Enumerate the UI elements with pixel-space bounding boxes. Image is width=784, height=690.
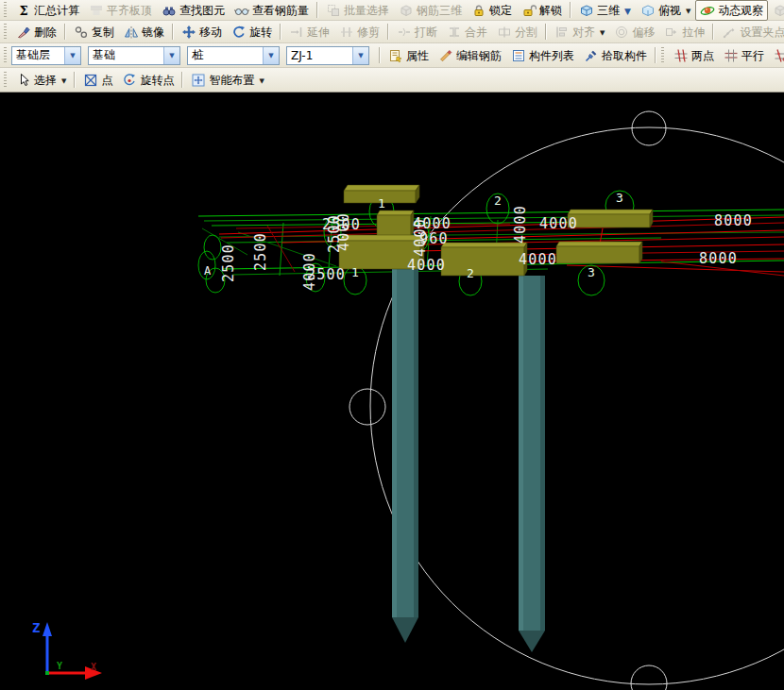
offset-icon bbox=[614, 25, 629, 40]
dynamic-orbit-button[interactable]: 动态观察 bbox=[695, 0, 768, 21]
split-button: 分割 bbox=[492, 22, 542, 42]
trim-icon bbox=[339, 25, 354, 40]
dimension-label: 8000 bbox=[714, 212, 753, 229]
find-element-button[interactable]: 查找图元 bbox=[157, 0, 230, 21]
offset-label: 偏移 bbox=[632, 25, 655, 40]
delete-label: 删除 bbox=[34, 25, 57, 40]
smart-layout-button[interactable]: 智能布置▼ bbox=[186, 70, 268, 91]
dimension-label: 4000 bbox=[412, 218, 429, 257]
toolbar-drag-handle[interactable] bbox=[4, 47, 7, 63]
component-list-button[interactable]: 构件列表 bbox=[506, 45, 579, 66]
toolbar-drag-handle[interactable] bbox=[4, 24, 7, 40]
smart-icon bbox=[191, 73, 206, 88]
summary-calc-label: 汇总计算 bbox=[34, 3, 79, 18]
point-place-button[interactable]: 点 bbox=[78, 70, 117, 91]
axis-point-angle-button[interactable]: 点角▼ bbox=[769, 45, 784, 66]
split-label: 分割 bbox=[515, 25, 537, 40]
floor-select-arrow-icon[interactable]: ▼ bbox=[64, 47, 80, 64]
element-name-select-arrow-icon[interactable]: ▼ bbox=[352, 47, 368, 64]
unlock-button[interactable]: 解锁 bbox=[517, 0, 567, 21]
pick-comp-icon bbox=[584, 48, 599, 63]
cube-gray-icon bbox=[399, 3, 414, 18]
element-type-select[interactable]: 桩▼ bbox=[187, 46, 280, 65]
view-top-button[interactable]: 俯视▼ bbox=[636, 0, 695, 21]
rotate-button[interactable]: 旋转 bbox=[227, 22, 277, 42]
toolbar-drag-handle[interactable] bbox=[661, 47, 664, 63]
copy-button[interactable]: 复制 bbox=[69, 22, 119, 42]
view-top-dropdown-icon[interactable]: ▼ bbox=[686, 8, 690, 15]
cap-e bbox=[568, 210, 653, 227]
delete-button[interactable]: 删除 bbox=[11, 22, 61, 42]
lock-button[interactable]: 锁定 bbox=[467, 0, 517, 21]
comp-list-icon bbox=[511, 48, 526, 63]
pile-2[interactable] bbox=[519, 276, 545, 652]
select-button[interactable]: 选择▼ bbox=[11, 70, 71, 91]
toolbar-separator bbox=[316, 2, 318, 18]
view-top-label: 俯视 bbox=[658, 3, 681, 18]
pick-component-button[interactable]: 拾取构件 bbox=[579, 45, 652, 66]
find-element-label: 查找图元 bbox=[179, 3, 225, 18]
cad-viewport[interactable]: 112233 250025004000960400040004000800080… bbox=[0, 93, 784, 690]
category-select-arrow-icon[interactable]: ▼ bbox=[163, 47, 179, 64]
toolbar-drag-handle[interactable] bbox=[4, 2, 7, 18]
axis-parallel-button[interactable]: 平行 bbox=[719, 45, 769, 66]
mirror-icon bbox=[124, 25, 139, 40]
toolbar-row-edit: 删除复制镜像移动旋转延伸修剪打断合并分割对齐▼偏移拉伸设置夹点 bbox=[0, 21, 784, 43]
floor-select[interactable]: 基础层▼ bbox=[11, 46, 81, 65]
point-box-icon bbox=[83, 73, 98, 88]
unlock-label: 解锁 bbox=[539, 3, 562, 18]
align-button: 对齐▼ bbox=[550, 22, 609, 42]
view-rebar-quantity-button[interactable]: 查看钢筋量 bbox=[230, 0, 314, 21]
toolbar-separator bbox=[712, 24, 714, 40]
set-grip-button: 设置夹点 bbox=[717, 22, 784, 42]
toolbar-separator bbox=[379, 47, 381, 63]
break-label: 打断 bbox=[415, 25, 437, 40]
move-icon bbox=[181, 25, 196, 40]
svg-text:Σ: Σ bbox=[19, 3, 27, 17]
properties-label: 属性 bbox=[406, 48, 429, 63]
pile-1[interactable] bbox=[392, 266, 418, 643]
partial-3d-button: 局部 bbox=[768, 0, 784, 21]
select-dropdown-icon[interactable]: ▼ bbox=[61, 77, 66, 85]
align-slab-top-label: 平齐板顶 bbox=[107, 3, 152, 18]
align-slab-top-button: 平齐板顶 bbox=[84, 0, 157, 21]
rotate-point-place-button[interactable]: 旋转点 bbox=[117, 70, 179, 91]
dimension-label: 4000 bbox=[539, 215, 578, 232]
stretch-icon bbox=[664, 25, 679, 40]
cap-d bbox=[441, 243, 527, 276]
axis-bubble-number: 1 bbox=[378, 196, 385, 210]
properties-button[interactable]: 属性 bbox=[383, 45, 434, 66]
smart-layout-label: 智能布置 bbox=[209, 73, 254, 88]
align-icon bbox=[554, 25, 570, 40]
pick-component-label: 拾取构件 bbox=[602, 48, 647, 63]
binoculars-icon bbox=[162, 3, 177, 18]
edit-rebar-button[interactable]: 编辑钢筋 bbox=[434, 45, 506, 66]
property-icon bbox=[388, 48, 403, 63]
axis-bubble-number: 3 bbox=[588, 265, 595, 279]
lock-label: 锁定 bbox=[489, 3, 512, 18]
axis-two-point-button[interactable]: 两点 bbox=[669, 45, 719, 66]
element-type-select-arrow-icon[interactable]: ▼ bbox=[263, 47, 279, 64]
mirror-button[interactable]: 镜像 bbox=[119, 22, 169, 42]
orbit-icon bbox=[700, 3, 715, 18]
element-name-select[interactable]: ZJ-1▼ bbox=[286, 46, 369, 65]
view-3d-dropdown-icon[interactable]: ▼ bbox=[624, 7, 631, 16]
align-dropdown-icon[interactable]: ▼ bbox=[600, 29, 605, 37]
mirror-label: 镜像 bbox=[142, 25, 164, 40]
category-select[interactable]: 基础▼ bbox=[88, 46, 180, 65]
split-icon bbox=[497, 25, 512, 40]
axis-two-point-label: 两点 bbox=[691, 48, 714, 63]
axis-parallel-icon bbox=[724, 48, 739, 63]
rebar-3d-button: 钢筋三维 bbox=[394, 0, 467, 21]
smart-layout-dropdown-icon[interactable]: ▼ bbox=[259, 77, 264, 85]
toolbar-drag-handle[interactable] bbox=[4, 72, 7, 88]
align-top-icon bbox=[89, 3, 104, 18]
view-3d-button[interactable]: 三维▼ bbox=[574, 0, 636, 21]
move-button[interactable]: 移动 bbox=[177, 22, 227, 42]
batch-icon bbox=[326, 3, 341, 18]
cap-f bbox=[556, 242, 642, 263]
extend-label: 延伸 bbox=[307, 25, 330, 40]
rotate-point-icon bbox=[122, 73, 137, 88]
summary-calc-button[interactable]: Σ汇总计算 bbox=[11, 0, 84, 21]
break-button: 打断 bbox=[392, 22, 442, 42]
